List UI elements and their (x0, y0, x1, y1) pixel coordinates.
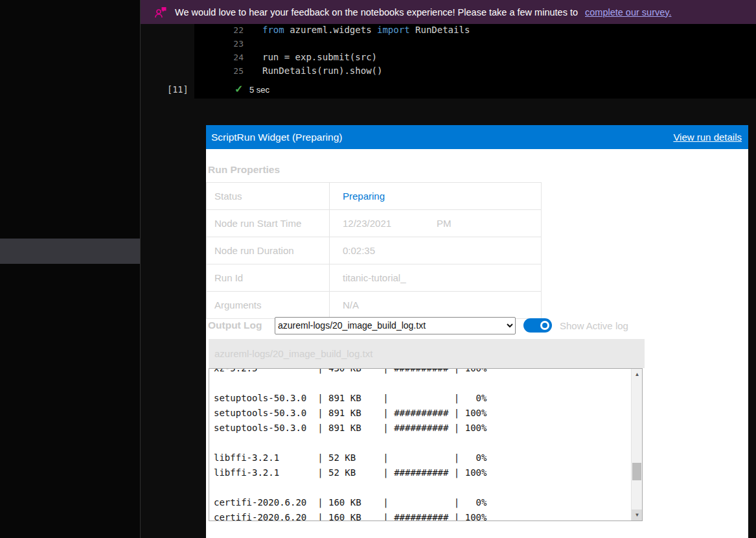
property-label: Status (207, 183, 330, 209)
log-output-box[interactable]: xz-5.2.5 | 430 KB | ########## | 100% se… (209, 368, 643, 521)
table-row: Node run Start Time 12/23/2021PM (207, 210, 541, 237)
table-row: Status Preparing (207, 183, 541, 210)
widget-title: ScriptRun Widget (Preparing) (211, 132, 342, 143)
cell-duration: 5 sec (249, 85, 269, 95)
scroll-up-arrow-icon[interactable]: ▲ (632, 369, 643, 380)
line-number: 25 (220, 64, 244, 78)
code-line: 23 (194, 37, 756, 51)
log-line: setuptools-50.3.0 | 891 KB | ########## … (214, 421, 642, 436)
property-label: Node run Duration (207, 237, 330, 264)
log-line (214, 436, 642, 450)
log-line: xz-5.2.5 | 430 KB | ########## | 100% (214, 368, 642, 376)
banner-message: We would love to hear your feedback on t… (175, 7, 578, 18)
line-number: 23 (220, 37, 244, 51)
log-line (214, 480, 642, 495)
code-line: 25 RunDetails(run).show() (194, 64, 756, 78)
execution-count: [11] (167, 84, 189, 95)
survey-banner: We would love to hear your feedback on t… (141, 0, 756, 24)
run-properties-heading: Run Properties (208, 164, 280, 176)
code-text: from azureml.widgets import RunDetails (262, 23, 470, 37)
property-value: 12/23/2021PM (330, 210, 541, 237)
table-row: Node run Duration 0:02:35 (207, 237, 541, 264)
survey-link[interactable]: complete our survey. (585, 7, 672, 18)
line-number: 24 (220, 51, 244, 64)
code-line: 22 from azureml.widgets import RunDetail… (194, 23, 756, 37)
sidebar (0, 0, 141, 538)
log-line: setuptools-50.3.0 | 891 KB | | 0% (214, 391, 642, 406)
log-line: libffi-3.2.1 | 52 KB | ########## | 100% (214, 465, 642, 480)
scrollbar-thumb[interactable] (632, 463, 641, 480)
table-row: Run Id titanic-tutorial_ (207, 264, 541, 292)
feedback-icon (154, 5, 168, 19)
code-line: 24 run = exp.submit(src) (194, 51, 756, 64)
log-content: xz-5.2.5 | 430 KB | ########## | 100% se… (209, 368, 642, 521)
widget-header: ScriptRun Widget (Preparing) View run de… (206, 125, 748, 149)
show-active-log-label: Show Active log (560, 320, 628, 331)
property-value-status: Preparing (330, 183, 541, 209)
property-label: Node run Start Time (207, 210, 330, 237)
log-line (214, 376, 642, 391)
property-label: Run Id (207, 264, 330, 291)
log-scrollbar[interactable]: ▲ ▼ (631, 369, 642, 520)
property-value: 0:02:35 (330, 237, 541, 264)
property-value: N/A (330, 292, 541, 318)
scriptrun-widget: ScriptRun Widget (Preparing) View run de… (206, 125, 748, 538)
property-label: Arguments (207, 292, 330, 318)
log-line: certifi-2020.6.20 | 160 KB | | 0% (214, 495, 642, 510)
property-value: titanic-tutorial_ (330, 264, 541, 291)
sidebar-selected-item[interactable] (0, 239, 140, 264)
scroll-down-arrow-icon[interactable]: ▼ (632, 509, 643, 520)
table-row: Arguments N/A (207, 292, 541, 319)
log-file-select[interactable]: azureml-logs/20_image_build_log.txt (275, 317, 516, 334)
code-text: run = exp.submit(src) (262, 51, 377, 64)
show-active-log-toggle[interactable] (523, 318, 552, 333)
view-run-details-link[interactable]: View run details (673, 132, 742, 143)
log-line: setuptools-50.3.0 | 891 KB | ########## … (214, 406, 642, 421)
toggle-knob (540, 321, 549, 330)
log-line: libffi-3.2.1 | 52 KB | | 0% (214, 450, 642, 465)
log-line: certifi-2020.6.20 | 160 KB | ########## … (214, 510, 642, 521)
output-log-heading: Output Log (208, 320, 269, 331)
code-cell[interactable]: 22 from azureml.widgets import RunDetail… (194, 23, 756, 82)
code-text: RunDetails(run).show() (262, 64, 382, 78)
run-properties-table: Status Preparing Node run Start Time 12/… (206, 182, 542, 319)
selected-log-title-bar: azureml-logs/20_image_build_log.txt (209, 339, 645, 368)
line-number: 22 (220, 23, 244, 37)
app: We would love to hear your feedback on t… (0, 0, 756, 538)
success-check-icon: ✓ (235, 83, 243, 95)
output-log-controls: Output Log azureml-logs/20_image_build_l… (208, 316, 628, 334)
